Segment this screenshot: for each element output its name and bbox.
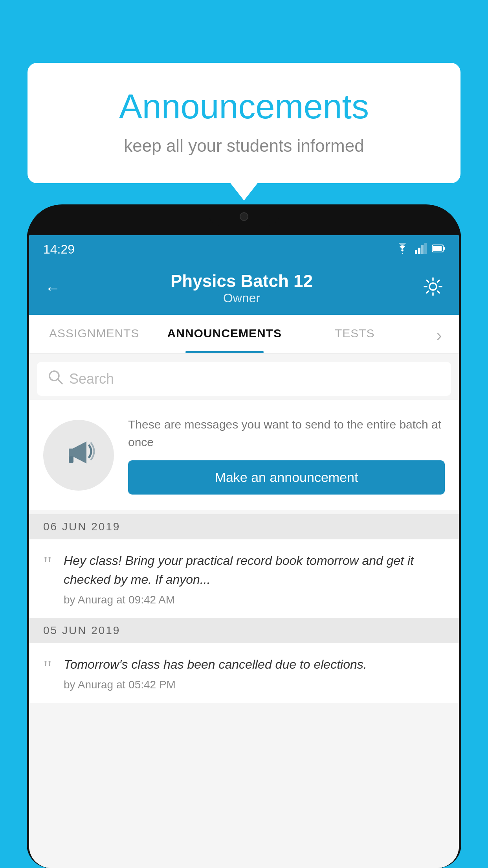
tab-assignments[interactable]: ASSIGNMENTS: [29, 315, 160, 353]
announcement-description: These are messages you want to send to t…: [128, 416, 445, 451]
content-area: Search: [29, 354, 459, 868]
status-time: 14:29: [43, 242, 75, 257]
wifi-icon: [395, 243, 409, 256]
announcement-item-1[interactable]: " Hey class! Bring your practical record…: [29, 539, 459, 618]
svg-rect-2: [421, 245, 424, 254]
tabs-bar: ASSIGNMENTS ANNOUNCEMENTS TESTS ›: [29, 315, 459, 354]
announcement-meta-1: by Anurag at 09:42 AM: [64, 594, 445, 606]
svg-rect-6: [433, 246, 442, 251]
tab-tests[interactable]: TESTS: [290, 315, 420, 353]
announcement-item-2[interactable]: " Tomorrow's class has been cancelled du…: [29, 643, 459, 703]
announcement-content-2: Tomorrow's class has been cancelled due …: [64, 655, 445, 691]
header-title: Physics Batch 12: [171, 271, 313, 291]
bubble-title: Announcements: [59, 86, 429, 127]
svg-rect-5: [443, 247, 445, 250]
svg-point-7: [429, 283, 437, 290]
quote-icon-2: ": [43, 657, 52, 679]
speech-bubble: Announcements keep all your students inf…: [28, 63, 460, 183]
search-input[interactable]: Search: [69, 371, 114, 387]
megaphone-circle: [43, 420, 114, 491]
phone-inner: 14:29: [29, 207, 459, 868]
date-separator-2: 05 JUN 2019: [29, 618, 459, 643]
tab-more[interactable]: ›: [420, 315, 459, 353]
quote-icon-1: ": [43, 554, 52, 575]
svg-rect-0: [415, 250, 417, 254]
megaphone-icon: [61, 434, 96, 476]
svg-rect-3: [424, 243, 427, 254]
camera-dot: [240, 212, 248, 221]
announcement-meta-2: by Anurag at 05:42 PM: [64, 679, 445, 691]
announcement-right: These are messages you want to send to t…: [128, 416, 445, 495]
svg-line-9: [58, 379, 62, 384]
settings-icon[interactable]: [423, 276, 443, 301]
phone-frame: 14:29: [27, 204, 461, 868]
date-separator-1: 06 JUN 2019: [29, 514, 459, 539]
status-bar: 14:29: [29, 235, 459, 263]
app-header: ← Physics Batch 12 Owner: [29, 263, 459, 315]
svg-rect-1: [418, 248, 420, 254]
search-bar[interactable]: Search: [37, 362, 451, 396]
header-center: Physics Batch 12 Owner: [171, 271, 313, 305]
announcement-text-1: Hey class! Bring your practical record b…: [64, 551, 445, 589]
speech-bubble-section: Announcements keep all your students inf…: [28, 63, 460, 183]
signal-icon: [415, 243, 427, 256]
back-button[interactable]: ←: [45, 280, 61, 297]
svg-rect-10: [69, 456, 73, 463]
header-subtitle: Owner: [171, 291, 313, 305]
tab-announcements[interactable]: ANNOUNCEMENTS: [160, 315, 290, 353]
search-icon: [48, 370, 63, 388]
make-announcement-button[interactable]: Make an announcement: [128, 460, 445, 495]
status-icons: [395, 243, 445, 256]
announcement-content-1: Hey class! Bring your practical record b…: [64, 551, 445, 606]
bubble-subtitle: keep all your students informed: [59, 136, 429, 156]
announcement-prompt-card: These are messages you want to send to t…: [29, 400, 459, 510]
battery-icon: [432, 244, 445, 254]
announcement-text-2: Tomorrow's class has been cancelled due …: [64, 655, 445, 674]
phone-screen: 14:29: [29, 235, 459, 868]
phone-notch: [209, 207, 279, 226]
